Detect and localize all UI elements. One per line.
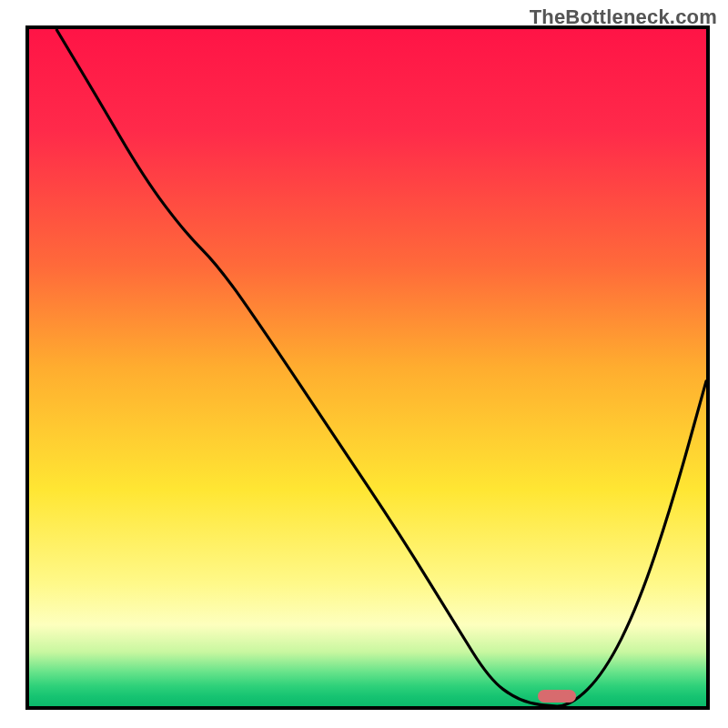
plot-area — [25, 25, 710, 710]
data-curve — [56, 29, 706, 706]
curve-layer — [29, 29, 706, 706]
chart-container: TheBottleneck.com — [0, 0, 728, 728]
optimum-marker — [538, 690, 576, 703]
watermark-text: TheBottleneck.com — [530, 5, 717, 29]
